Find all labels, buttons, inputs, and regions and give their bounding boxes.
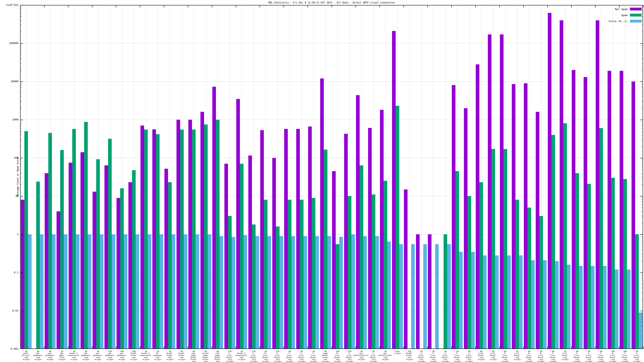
- y-major-tick: [640, 43, 643, 44]
- x-tick-bottom: [475, 347, 476, 349]
- y-minor-tick: [20, 250, 22, 250]
- y-minor-tick: [20, 93, 22, 93]
- y-major-tick: [20, 43, 23, 44]
- y-minor-tick: [642, 338, 643, 338]
- y-minor-tick: [20, 25, 22, 25]
- y-minor-tick: [642, 11, 643, 11]
- x-tick-top: [475, 5, 476, 7]
- x-tick-bottom: [619, 347, 620, 349]
- y-minor-tick: [642, 198, 643, 198]
- y-minor-tick: [20, 83, 22, 83]
- not-spam-swatch: [630, 8, 642, 10]
- y-minor-tick: [20, 202, 22, 202]
- y-minor-tick: [642, 185, 643, 185]
- y-minor-tick: [642, 131, 643, 131]
- x-tick-top: [20, 5, 20, 7]
- y-major-tick: [20, 120, 23, 120]
- y-minor-tick: [20, 317, 22, 317]
- x-tick-top: [164, 5, 164, 7]
- y-major-tick: [20, 273, 23, 273]
- x-category-label: 4@ 2. list. dnswl. org origin: [628, 350, 644, 362]
- y-minor-tick: [642, 52, 643, 52]
- y-minor-tick: [642, 70, 643, 70]
- x-tick-top: [571, 5, 572, 7]
- y-tick-label: 100: [2, 156, 18, 159]
- y-minor-tick: [642, 135, 643, 135]
- y-axis-label: Message Count or Spam Score: [16, 147, 19, 207]
- y-tick-label: 0.001: [2, 347, 18, 350]
- y-minor-tick: [20, 164, 22, 164]
- x-tick-top: [140, 5, 140, 7]
- legend-label: Not Spam: [615, 8, 628, 11]
- y-major-tick: [20, 196, 23, 196]
- x-tick-bottom: [284, 347, 284, 349]
- y-minor-tick: [20, 45, 22, 45]
- y-major-tick: [640, 81, 643, 82]
- y-minor-tick: [20, 200, 22, 200]
- y-minor-tick: [20, 169, 22, 170]
- x-tick-bottom: [92, 347, 92, 349]
- y-minor-tick: [20, 292, 22, 293]
- x-tick-top: [188, 5, 188, 7]
- x-tick-top: [523, 5, 524, 7]
- legend-item-spam: Spam: [608, 12, 642, 18]
- x-tick-top: [116, 5, 116, 7]
- y-minor-tick: [642, 314, 643, 315]
- y-minor-tick: [642, 173, 643, 173]
- x-tick-top: [332, 5, 332, 7]
- y-tick-label: 1: [2, 233, 18, 236]
- y-minor-tick: [642, 125, 643, 126]
- y-minor-tick: [642, 261, 643, 261]
- y-minor-tick: [642, 101, 643, 102]
- y-minor-tick: [20, 338, 22, 338]
- y-minor-tick: [642, 238, 643, 238]
- y-minor-tick: [20, 55, 22, 55]
- y-tick-label: 10: [2, 194, 18, 198]
- x-tick-bottom: [547, 347, 548, 349]
- y-minor-tick: [20, 20, 22, 20]
- x-tick-bottom: [212, 347, 212, 349]
- y-minor-tick: [20, 101, 22, 102]
- y-minor-tick: [20, 70, 22, 70]
- y-minor-tick: [642, 63, 643, 63]
- y-minor-tick: [20, 63, 22, 63]
- y-minor-tick: [642, 160, 643, 160]
- x-tick-bottom: [164, 347, 164, 349]
- y-major-tick: [20, 311, 23, 311]
- x-tick-bottom: [643, 347, 644, 349]
- y-minor-tick: [20, 97, 22, 97]
- y-minor-tick: [642, 292, 643, 293]
- x-tick-top: [284, 5, 284, 7]
- y-minor-tick: [642, 90, 643, 90]
- legend-item-not-spam: Not Spam: [608, 6, 642, 12]
- y-minor-tick: [642, 223, 643, 223]
- y-minor-tick: [20, 166, 22, 167]
- y-minor-tick: [642, 250, 643, 250]
- x-tick-bottom: [260, 347, 260, 349]
- y-minor-tick: [642, 97, 643, 97]
- x-tick-top: [499, 5, 500, 7]
- y-minor-tick: [642, 108, 643, 108]
- x-tick-bottom: [356, 347, 356, 349]
- y-minor-tick: [20, 236, 22, 236]
- x-tick-bottom: [380, 347, 380, 349]
- chart-title: RBL Statistics - Fri Dec 8 12:58:17 EST …: [20, 1, 643, 4]
- y-minor-tick: [20, 160, 22, 160]
- x-tick-bottom: [452, 347, 452, 349]
- y-minor-tick: [20, 288, 22, 288]
- y-major-tick: [640, 273, 643, 273]
- y-minor-tick: [642, 326, 643, 326]
- y-minor-tick: [642, 240, 643, 240]
- y-minor-tick: [20, 49, 22, 49]
- y-minor-tick: [642, 288, 643, 288]
- plot-border: [20, 5, 643, 349]
- y-minor-tick: [20, 11, 22, 11]
- x-tick-top: [92, 5, 92, 7]
- y-minor-tick: [642, 16, 643, 17]
- y-tick-label: 100000: [2, 42, 18, 45]
- y-minor-tick: [20, 238, 22, 238]
- x-tick-top: [356, 5, 356, 7]
- y-major-tick: [640, 120, 643, 120]
- y-tick-label: 0.1: [2, 271, 18, 274]
- x-tick-bottom: [68, 347, 68, 349]
